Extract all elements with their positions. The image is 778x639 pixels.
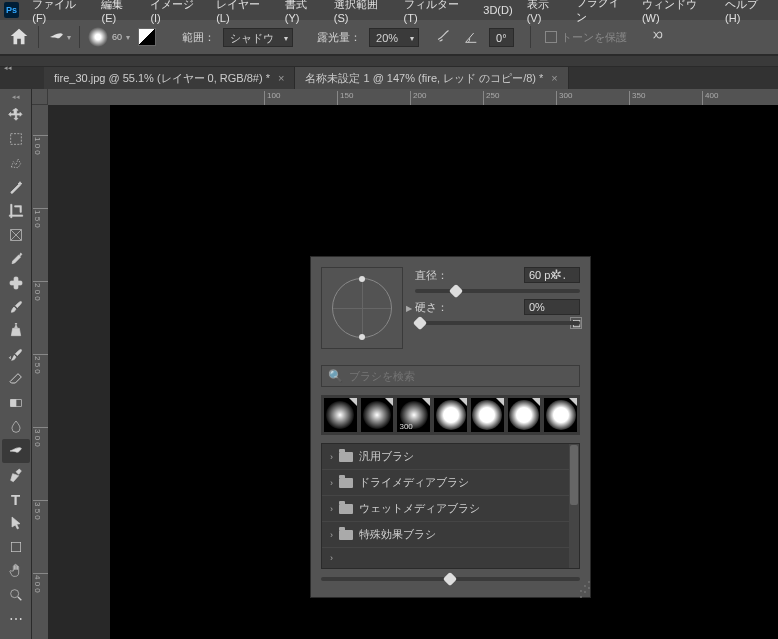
menu-plugin[interactable]: プラグイン bbox=[569, 0, 635, 25]
tool-shape[interactable] bbox=[2, 535, 30, 559]
brush-folder[interactable]: ›特殊効果ブラシ bbox=[322, 521, 579, 547]
brush-preset[interactable] bbox=[434, 398, 467, 432]
tool-text[interactable]: T bbox=[2, 487, 30, 511]
tool-lasso[interactable] bbox=[2, 151, 30, 175]
brush-preset[interactable] bbox=[361, 398, 394, 432]
tool-brush[interactable] bbox=[2, 295, 30, 319]
menubar: Ps ファイル(F) 編集(E) イメージ(I) レイヤー(L) 書式(Y) 選… bbox=[0, 0, 778, 20]
menu-layer[interactable]: レイヤー(L) bbox=[209, 0, 278, 24]
document-tabbar: fire_30.jpg @ 55.1% (レイヤー 0, RGB/8#) *× … bbox=[0, 67, 778, 89]
hardness-field[interactable]: 0% bbox=[524, 299, 580, 315]
tool-history-brush[interactable] bbox=[2, 343, 30, 367]
chevron-right-icon: › bbox=[330, 504, 333, 514]
ruler-horizontal[interactable]: 100 150 200 250 300 350 400 bbox=[32, 89, 778, 105]
svg-rect-6 bbox=[11, 542, 20, 551]
menu-3d[interactable]: 3D(D) bbox=[476, 4, 519, 16]
chevron-right-icon: › bbox=[330, 530, 333, 540]
chevron-right-icon: › bbox=[330, 452, 333, 462]
range-dropdown[interactable]: シャドウ bbox=[223, 28, 293, 47]
range-label: 範囲： bbox=[182, 30, 215, 45]
tab-document-2[interactable]: 名称未設定 1 @ 147% (fire, レッド のコピー/8) *× bbox=[295, 67, 568, 89]
tool-blur[interactable] bbox=[2, 415, 30, 439]
tool-wand[interactable] bbox=[2, 175, 30, 199]
exposure-field[interactable]: 20% bbox=[369, 28, 419, 47]
angle-field[interactable]: 0° bbox=[489, 28, 514, 47]
thumbnail-size-slider[interactable] bbox=[321, 577, 580, 581]
tool-hand[interactable] bbox=[2, 559, 30, 583]
brush-search[interactable]: 🔍 bbox=[321, 365, 580, 387]
tool-icon-burn[interactable]: ▾ bbox=[47, 28, 71, 46]
home-icon[interactable] bbox=[8, 26, 30, 48]
brush-preset-picker[interactable]: 60 ▾ bbox=[88, 27, 130, 47]
tool-path-select[interactable] bbox=[2, 511, 30, 535]
brush-folder[interactable]: › bbox=[322, 547, 579, 568]
tab-document-1[interactable]: fire_30.jpg @ 55.1% (レイヤー 0, RGB/8#) *× bbox=[44, 67, 295, 89]
resize-grip-icon[interactable]: ⋰⋰ bbox=[579, 583, 588, 595]
folder-icon bbox=[339, 452, 353, 462]
pressure-icon[interactable] bbox=[649, 26, 667, 48]
canvas-area: 100 150 200 250 300 350 400 1 0 0 1 5 0 … bbox=[32, 89, 778, 639]
menu-filter[interactable]: フィルター(T) bbox=[397, 0, 477, 24]
tool-move[interactable] bbox=[2, 103, 30, 127]
menu-image[interactable]: イメージ(I) bbox=[143, 0, 209, 24]
brush-folder[interactable]: ›汎用ブラシ bbox=[322, 444, 579, 469]
tool-crop[interactable] bbox=[2, 199, 30, 223]
protect-tones-checkbox[interactable] bbox=[545, 31, 557, 43]
tab-close-icon[interactable]: × bbox=[551, 72, 557, 84]
brush-preset[interactable] bbox=[544, 398, 577, 432]
brush-angle-control[interactable]: ▶ bbox=[321, 267, 403, 349]
recent-brushes: 300 bbox=[321, 395, 580, 435]
brush-size-indicator: 60 bbox=[112, 32, 122, 42]
tool-extra[interactable]: ⋯ bbox=[2, 607, 30, 631]
menu-edit[interactable]: 編集(E) bbox=[94, 0, 143, 24]
svg-rect-0 bbox=[10, 134, 21, 145]
tool-eraser[interactable] bbox=[2, 367, 30, 391]
menu-type[interactable]: 書式(Y) bbox=[278, 0, 327, 24]
menu-select[interactable]: 選択範囲(S) bbox=[327, 0, 397, 24]
tool-eyedropper[interactable] bbox=[2, 247, 30, 271]
tool-frame[interactable] bbox=[2, 223, 30, 247]
tab-close-icon[interactable]: × bbox=[278, 72, 284, 84]
brush-folder[interactable]: ›ドライメディアブラシ bbox=[322, 469, 579, 495]
brush-folder-list: ›汎用ブラシ ›ドライメディアブラシ ›ウェットメディアブラシ ›特殊効果ブラシ… bbox=[321, 443, 580, 569]
brush-preset[interactable]: 300 bbox=[397, 398, 430, 432]
brush-folder[interactable]: ›ウェットメディアブラシ bbox=[322, 495, 579, 521]
brush-preset-panel: ✲. ⊟ ▶ 直径： 60 px bbox=[310, 256, 591, 598]
folder-icon bbox=[339, 478, 353, 488]
exposure-label: 露光量： bbox=[317, 30, 361, 45]
hardness-label: 硬さ： bbox=[415, 300, 448, 315]
tool-heal[interactable] bbox=[2, 271, 30, 295]
hardness-slider[interactable] bbox=[415, 321, 580, 325]
app-icon: Ps bbox=[4, 2, 19, 18]
ruler-vertical[interactable]: 1 0 0 1 5 0 2 0 0 2 5 0 3 0 0 3 5 0 4 0 … bbox=[32, 89, 48, 639]
tool-zoom[interactable] bbox=[2, 583, 30, 607]
svg-rect-5 bbox=[10, 400, 15, 407]
brush-panel-toggle-icon[interactable] bbox=[138, 28, 156, 46]
folder-icon bbox=[339, 504, 353, 514]
panel-collapse-strip[interactable] bbox=[0, 55, 778, 67]
brush-preset[interactable] bbox=[471, 398, 504, 432]
gear-icon[interactable]: ✲. bbox=[551, 267, 566, 282]
menu-file[interactable]: ファイル(F) bbox=[25, 0, 94, 24]
menu-view[interactable]: 表示(V) bbox=[520, 0, 569, 24]
protect-tones-option[interactable]: トーンを保護 bbox=[545, 30, 627, 45]
svg-rect-3 bbox=[14, 277, 18, 289]
scrollbar-vertical[interactable] bbox=[569, 444, 579, 568]
brush-preset[interactable] bbox=[508, 398, 541, 432]
menu-help[interactable]: ヘルプ(H) bbox=[718, 0, 778, 24]
tool-burn[interactable] bbox=[2, 439, 30, 463]
brush-search-input[interactable] bbox=[349, 370, 573, 382]
brush-thumb-icon bbox=[88, 27, 108, 47]
tool-marquee[interactable] bbox=[2, 127, 30, 151]
tool-gradient[interactable] bbox=[2, 391, 30, 415]
airbrush-icon[interactable] bbox=[435, 26, 453, 48]
menu-window[interactable]: ウィンドウ(W) bbox=[635, 0, 718, 24]
angle-icon[interactable] bbox=[461, 27, 481, 47]
chevron-right-icon: › bbox=[330, 553, 333, 563]
tool-pen[interactable] bbox=[2, 463, 30, 487]
options-bar: ▾ 60 ▾ 範囲： シャドウ 露光量： 20% 0° トーンを保護 bbox=[0, 20, 778, 55]
diameter-label: 直径： bbox=[415, 268, 448, 283]
brush-preset[interactable] bbox=[324, 398, 357, 432]
diameter-slider[interactable] bbox=[415, 289, 580, 293]
tool-clone[interactable] bbox=[2, 319, 30, 343]
